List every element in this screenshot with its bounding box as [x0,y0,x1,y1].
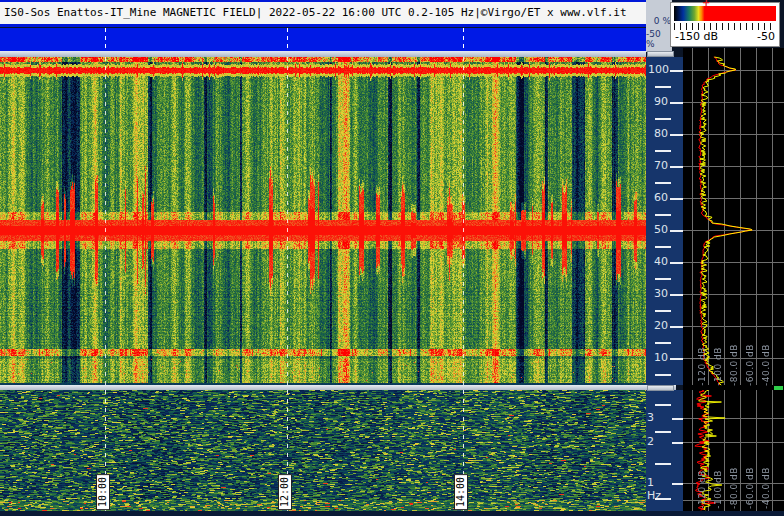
time-label: 12:00 [278,474,292,510]
scrollbar-thumb-top[interactable] [647,51,674,57]
freq-tick-label: 100 [648,63,668,76]
freq-tick-label: 3 [647,411,671,424]
level-meter-max-label: 0 % [654,16,671,26]
freq-tick-line [670,262,683,264]
time-gridline [287,28,288,51]
db-axis-label: -40.0 dB [761,344,771,386]
freq-tick-line [670,166,683,168]
freq-tick-label: 70 [648,159,668,172]
color-scale-ruler [674,23,776,30]
status-tick-icon [774,386,783,390]
freq-minor-tick [655,431,671,433]
db-axis-label: -40.0 dB [761,467,771,509]
db-axis-label: -120 dB [697,470,707,509]
freq-tick-label: 10 [648,351,668,364]
db-axis-label: -80.0 dB [729,467,739,509]
time-gridline [463,28,464,51]
time-label: 14:00 [454,474,468,510]
time-gridline [105,28,106,51]
freq-minor-tick [655,374,671,376]
color-scale-labels: -150 dB -50 [675,30,775,43]
main-spectrum-canvas [683,48,784,390]
title-bar: IS0-Sos Enattos-IT_Mine MAGNETIC FIELD| … [0,0,646,27]
freq-tick-line [672,418,683,420]
low-frequency-axis: 321 Hz [646,390,683,511]
color-scale-marker-icon: + [702,0,710,6]
freq-minor-tick [655,310,671,312]
window-title: IS0-Sos Enattos-IT_Mine MAGNETIC FIELD| … [4,6,627,19]
db-axis-label: -100 dB [713,347,723,386]
freq-minor-tick [655,182,671,184]
freq-tick-label: 30 [648,287,668,300]
color-scale-max-label: -50 [757,30,775,43]
db-axis-label: -100 dB [713,470,723,509]
freq-tick-line [670,326,683,328]
scrollbar-thumb-bottom[interactable] [647,385,674,391]
freq-minor-tick [655,118,671,120]
freq-minor-tick [655,150,671,152]
main-spectrogram-canvas [0,57,646,385]
vlf-monitor-window: IS0-Sos Enattos-IT_Mine MAGNETIC FIELD| … [0,0,784,516]
level-meter-labels: 0 % -50 % [646,0,672,52]
freq-tick-line [670,198,683,200]
freq-tick-line [672,442,683,444]
freq-minor-tick [655,404,671,406]
freq-tick-label: 20 [648,319,668,332]
color-scale-min-label: -150 dB [675,30,718,43]
freq-tick-label: 80 [648,127,668,140]
freq-tick-label: 40 [648,255,668,268]
freq-minor-tick [655,86,671,88]
db-axis-label: -60.0 dB [745,467,755,509]
freq-tick-line [672,483,683,485]
freq-minor-tick [655,246,671,248]
time-label: 10:00 [96,474,110,510]
main-frequency-axis: 100908070605040302010 [646,57,683,385]
freq-tick-line [670,230,683,232]
freq-tick-line [670,294,683,296]
main-spectrum-panel: -120 dB-100 dB-80.0 dB-60.0 dB-40.0 dB [683,48,784,390]
freq-minor-tick [655,498,671,500]
low-spectrum-panel: -120 dB-100 dB-80.0 dB-60.0 dB-40.0 dB [683,390,784,511]
status-strip [0,28,646,51]
freq-tick-line [670,102,683,104]
db-axis-label: -120 dB [697,347,707,386]
freq-tick-label: 90 [648,95,668,108]
low-spectrogram-panel: 10:0012:0014:00 [0,390,646,511]
freq-tick-label: 60 [648,191,668,204]
color-scale-gradient [674,6,776,21]
freq-tick-line [670,134,683,136]
level-meter-min-label: -50 % [646,29,671,49]
freq-tick-line [670,358,683,360]
db-axis-label: -80.0 dB [729,344,739,386]
freq-tick-label: 50 [648,223,668,236]
freq-tick-label: 2 [647,435,671,448]
bottom-edge [0,511,784,516]
color-scale-legend: -150 dB -50 [670,2,780,47]
freq-minor-tick [655,214,671,216]
freq-minor-tick [655,463,671,465]
db-axis-label: -60.0 dB [745,344,755,386]
freq-minor-tick [655,278,671,280]
freq-minor-tick [655,342,671,344]
freq-tick-line [670,70,683,72]
